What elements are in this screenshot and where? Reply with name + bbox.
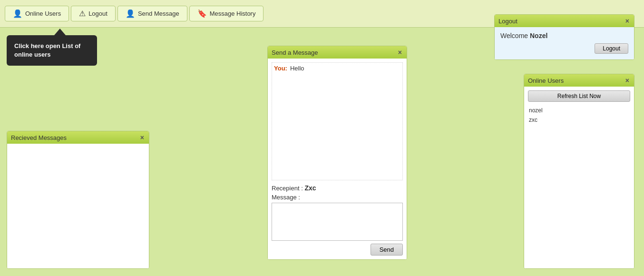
sender-label: You xyxy=(274,65,285,72)
message-row: You: Hello xyxy=(274,65,400,72)
send-message-header: Send a Message × xyxy=(268,46,407,59)
message-input-label: Message : xyxy=(272,194,403,201)
online-users-panel-header: Online Users × xyxy=(524,74,634,87)
logout-panel-body: Welcome Nozel Logout xyxy=(495,27,634,59)
tooltip-text: Click here open List of online users xyxy=(7,35,97,66)
send-message-panel: Send a Message × You: Hello Recepient : … xyxy=(267,46,407,260)
logout-panel-header: Logout × xyxy=(495,15,634,27)
recipient-label: Recepient : xyxy=(272,185,303,192)
online-user-list: nozelzxc xyxy=(528,107,630,124)
message-history-button[interactable]: 🔖 Message History xyxy=(189,6,264,21)
send-message-body: You: Hello Recepient : Zxc Message : Sen… xyxy=(268,59,407,259)
recipient-row: Recepient : Zxc xyxy=(272,184,403,192)
send-message-button[interactable]: 👤 Send Message xyxy=(117,6,187,21)
online-users-panel: Online Users × Refresh List Now nozelzxc xyxy=(524,74,634,269)
logout-nav-button[interactable]: ⚠ Logout xyxy=(71,6,116,21)
received-messages-title: Recieved Messages xyxy=(11,134,67,141)
message-history-label: Message History xyxy=(210,10,256,17)
send-message-icon: 👤 xyxy=(126,9,135,18)
send-message-close[interactable]: × xyxy=(397,49,403,56)
message-text-content: Hello xyxy=(290,65,304,72)
send-message-label: Send Message xyxy=(138,10,179,17)
send-button-row: Send xyxy=(272,244,403,256)
message-sender: You: xyxy=(274,65,287,72)
online-users-panel-close[interactable]: × xyxy=(624,77,630,84)
message-input[interactable] xyxy=(272,203,403,241)
received-messages-header: Recieved Messages × xyxy=(7,131,149,144)
tooltip-arrow xyxy=(54,29,66,35)
logout-panel-title: Logout xyxy=(498,18,517,25)
online-users-body: Refresh List Now nozelzxc xyxy=(524,87,634,268)
online-users-icon: 👤 xyxy=(13,9,22,18)
message-history-area: You: Hello xyxy=(272,62,403,180)
welcome-prefix: Welcome xyxy=(500,32,528,39)
sender-colon: : xyxy=(285,65,287,72)
refresh-list-button[interactable]: Refresh List Now xyxy=(528,90,630,102)
welcome-text: Welcome Nozel xyxy=(500,32,628,39)
online-user-item[interactable]: nozel xyxy=(528,107,630,114)
send-message-title: Send a Message xyxy=(272,49,318,56)
online-users-label: Online Users xyxy=(25,10,61,17)
online-users-tooltip: Click here open List of online users xyxy=(7,29,97,66)
send-submit-button[interactable]: Send xyxy=(371,244,403,256)
logout-button-row: Logout xyxy=(500,43,628,54)
logout-nav-label: Logout xyxy=(88,10,107,17)
message-history-icon: 🔖 xyxy=(197,9,207,18)
received-messages-body xyxy=(7,144,149,268)
recipient-name: Zxc xyxy=(304,184,316,192)
online-users-panel-title: Online Users xyxy=(528,77,564,84)
received-messages-close[interactable]: × xyxy=(139,134,145,141)
welcome-name: Nozel xyxy=(530,32,547,39)
online-user-item[interactable]: zxc xyxy=(528,116,630,124)
received-messages-panel: Recieved Messages × xyxy=(7,131,149,269)
logout-panel-close[interactable]: × xyxy=(624,18,630,24)
logout-confirm-button[interactable]: Logout xyxy=(595,43,628,54)
logout-panel: Logout × Welcome Nozel Logout xyxy=(494,14,634,60)
online-users-button[interactable]: 👤 Online Users xyxy=(5,6,69,21)
logout-icon: ⚠ xyxy=(79,9,86,18)
